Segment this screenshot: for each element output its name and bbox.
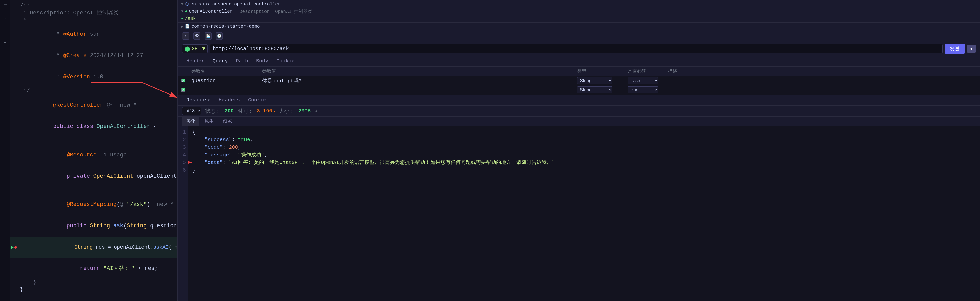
send-button[interactable]: 发送 xyxy=(945,44,965,54)
code-line-17: return "AI回答: " + res; xyxy=(10,258,177,279)
params-row-1-desc[interactable] xyxy=(665,80,980,82)
line-content-7: */ xyxy=(18,88,177,95)
params-row-1-type[interactable]: String xyxy=(574,76,625,85)
code-line-3: * xyxy=(10,17,177,24)
params-table: 参数名 参数值 类型 是否必须 描述 ✓ question 你是chatgpt吗… xyxy=(178,67,980,95)
sidebar-icon-menu[interactable]: ☰ xyxy=(2,3,9,10)
code-line-12: private OpenAiClient openAiClient; xyxy=(10,166,177,187)
checkbox-1[interactable]: ✓ xyxy=(181,79,185,82)
line-content-6: * @Version 1.0 xyxy=(18,66,177,88)
toolbar-upload-btn[interactable]: ⬆ xyxy=(182,32,189,40)
response-section: Response Headers Cookie utf-8 状态： 200 时间… xyxy=(178,95,980,301)
params-row-2-name[interactable] xyxy=(188,89,259,91)
code-line-10 xyxy=(10,137,177,144)
send-dropdown-button[interactable]: ▼ xyxy=(967,45,976,53)
code-line-8: @RestController @~ new * xyxy=(10,95,177,116)
tree-row-redis: ▶ 📄 common-redis-starter-demo xyxy=(178,23,980,30)
url-input[interactable] xyxy=(210,44,943,53)
tab-headers[interactable]: Headers xyxy=(215,95,244,106)
download-icon[interactable]: ⬇ xyxy=(315,108,318,114)
time-value: 3.196s xyxy=(257,108,275,114)
type-select-1[interactable]: String xyxy=(577,77,612,84)
format-tab-raw[interactable]: 原生 xyxy=(200,117,218,126)
tree-endpoint-icon: ● xyxy=(181,16,183,21)
params-table-header: 参数名 参数值 类型 是否必须 描述 xyxy=(178,67,980,76)
line-content-17: return "AI回答: " + res; xyxy=(18,258,177,279)
params-row-2-value[interactable] xyxy=(259,89,574,91)
line-content-9: public class OpenAiController { xyxy=(18,116,177,137)
code-line-9: public class OpenAiController { xyxy=(10,116,177,137)
code-line-6: * @Version 1.0 xyxy=(10,66,177,88)
json-line-5: "data": "AI回答: 是的，我是ChatGPT，一个由OpenAI开发的… xyxy=(192,159,976,167)
sidebar-icon-dot[interactable]: ● xyxy=(2,39,9,46)
params-row-1-value[interactable]: 你是chatgpt吗? xyxy=(259,76,574,85)
params-row-2-desc[interactable] xyxy=(665,89,980,91)
tree-redis-label: common-redis-starter-demo xyxy=(191,24,260,29)
sidebar-icon-arrow[interactable]: → xyxy=(2,27,9,34)
method-select[interactable]: ⬤ GET ▼ xyxy=(182,44,208,53)
params-row-2-check[interactable]: ✓ xyxy=(178,87,188,93)
line-content-15: public String ask(String question) { xyxy=(18,215,177,237)
size-value: 239B xyxy=(298,108,310,114)
required-select-2[interactable]: true false xyxy=(628,86,658,93)
params-row-2-required[interactable]: true false xyxy=(625,85,665,94)
line-content-1: /** xyxy=(18,3,177,10)
json-line-2: "success": true, xyxy=(192,136,976,144)
debug-arrow-icon xyxy=(11,245,14,249)
code-line-2: * Description: OpenAI 控制器类 xyxy=(10,10,177,17)
params-row-1-check[interactable]: ✓ xyxy=(178,78,188,83)
method-chevron-icon: ▼ xyxy=(202,46,205,52)
tree-row-controller: ▼ ● OpenAiController Description: OpenAI… xyxy=(178,8,980,15)
params-row-1: ✓ question 你是chatgpt吗? String false true xyxy=(178,76,980,85)
required-select-1[interactable]: false true xyxy=(628,77,658,84)
toolbar-clock-btn[interactable]: 🕐 xyxy=(216,32,223,40)
tree-redis-expand-icon[interactable]: ▶ xyxy=(181,24,183,29)
encoding-select[interactable]: utf-8 xyxy=(182,107,201,115)
toolbar-image-btn[interactable]: 🖼 xyxy=(193,32,200,40)
tab-response-cookie[interactable]: Cookie xyxy=(244,95,270,106)
params-row-2-type[interactable]: String xyxy=(574,85,625,94)
code-line-15: public String ask(String question) { xyxy=(10,215,177,237)
line-content-13 xyxy=(18,187,177,194)
tab-query[interactable]: Query xyxy=(208,56,232,66)
tree-row-endpoint: ● /ask xyxy=(178,15,980,22)
line-content-19: } xyxy=(18,286,177,293)
code-line-4: * @Author sun xyxy=(10,24,177,45)
code-line-16: String res = openAiClient.askAI( model: … xyxy=(10,237,177,258)
checkbox-2[interactable]: ✓ xyxy=(181,88,185,92)
line-gutter-16 xyxy=(10,245,18,249)
json-line-3: "code": 200, xyxy=(192,144,976,151)
line-content-11: @Resource 1 usage xyxy=(18,144,177,166)
tree-collapse-icon[interactable]: ▼ xyxy=(181,2,183,6)
col-header-check xyxy=(178,68,188,74)
toolbar-save-btn[interactable]: 💾 xyxy=(205,32,212,40)
params-row-1-name[interactable]: question xyxy=(188,77,259,85)
code-line-13 xyxy=(10,187,177,194)
tab-cookie[interactable]: Cookie xyxy=(272,56,299,66)
tab-response[interactable]: Response xyxy=(182,95,215,106)
tab-body[interactable]: Body xyxy=(252,56,272,66)
tab-header[interactable]: Header xyxy=(182,56,208,66)
api-toolbar: ⬆ 🖼 💾 🕐 xyxy=(178,30,980,42)
code-line-1: /** xyxy=(10,3,177,10)
col-header-name: 参数名 xyxy=(188,68,259,74)
sidebar: ☰ ⚡ → ● xyxy=(0,0,10,301)
tree-redis-icon: 📄 xyxy=(185,24,190,29)
params-row-1-required[interactable]: false true xyxy=(625,76,665,85)
tree-section: ▼ ⬡ cn.sunxiansheng.openai.controller ▼ … xyxy=(178,0,980,22)
json-line-numbers: 1 2 3 4 5 6 xyxy=(178,126,188,301)
col-header-type: 类型 xyxy=(574,68,625,74)
tree-row-package: ▼ ⬡ cn.sunxiansheng.openai.controller xyxy=(178,0,980,8)
params-row-2: ✓ String true false xyxy=(178,85,980,95)
format-tab-pretty[interactable]: 美化 xyxy=(182,117,199,126)
tab-path[interactable]: Path xyxy=(232,56,252,66)
format-tab-preview[interactable]: 预览 xyxy=(219,117,236,126)
size-label: 大小： xyxy=(279,108,294,115)
sidebar-icon-debug[interactable]: ⚡ xyxy=(2,15,9,22)
status-label: 状态： xyxy=(205,108,220,115)
tree-controller-collapse-icon[interactable]: ▼ xyxy=(181,10,183,13)
status-code: 200 xyxy=(224,108,234,114)
line-content-14: @RequestMapping(@~"/ask") new * xyxy=(18,194,177,215)
params-tabs: Header Query Path Body Cookie xyxy=(178,56,980,67)
type-select-2[interactable]: String xyxy=(577,86,612,93)
